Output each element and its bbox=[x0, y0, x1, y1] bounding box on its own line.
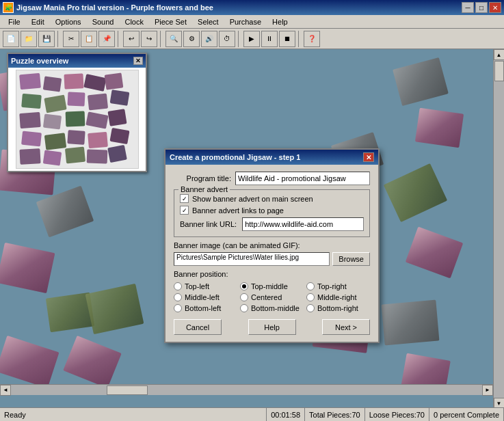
bg-piece-9 bbox=[415, 108, 464, 148]
toolbar-b4[interactable]: ⏱ bbox=[219, 31, 235, 47]
radio-bottom-left-btn[interactable] bbox=[174, 304, 182, 312]
bg-piece-12 bbox=[382, 300, 440, 346]
toolbar-b3[interactable]: 🔊 bbox=[201, 31, 217, 47]
help-button[interactable]: Help bbox=[248, 319, 296, 335]
program-title-row: Program title: bbox=[174, 172, 370, 185]
toolbar-cut[interactable]: ✂ bbox=[63, 31, 79, 47]
minimize-button[interactable]: ─ bbox=[462, 2, 474, 13]
hscroll-thumb[interactable] bbox=[107, 385, 148, 395]
cancel-button[interactable]: Cancel bbox=[174, 319, 222, 335]
puzzle-overview-content bbox=[8, 68, 146, 171]
show-banner-label: Show banner advert on main screen bbox=[192, 195, 313, 203]
radio-middle-right-label: Middle-right bbox=[317, 293, 356, 301]
toolbar-new[interactable]: 📄 bbox=[3, 31, 19, 47]
title-controls: ─ □ ✕ bbox=[462, 2, 501, 13]
banner-links-row: ✓ Banner advert links to page bbox=[180, 206, 364, 215]
button-row: Cancel Help Next > bbox=[174, 319, 370, 335]
bg-piece-8 bbox=[393, 57, 449, 106]
radio-middle-right-btn[interactable] bbox=[306, 293, 315, 301]
menu-options[interactable]: Options bbox=[50, 16, 87, 27]
banner-image-label: Banner image (can be animated GIF): bbox=[174, 241, 370, 249]
toolbar-b7[interactable]: ⏹ bbox=[279, 31, 295, 47]
radio-top-right-btn[interactable] bbox=[306, 282, 315, 290]
radio-centered: Centered bbox=[240, 293, 304, 301]
radio-bottom-right: Bottom-right bbox=[306, 304, 370, 312]
maximize-button[interactable]: □ bbox=[475, 2, 488, 13]
menu-sound[interactable]: Sound bbox=[87, 16, 120, 27]
scroll-track bbox=[494, 60, 504, 398]
bg-piece-7 bbox=[0, 336, 59, 388]
modal-close-button[interactable]: ✕ bbox=[363, 152, 374, 162]
toolbar-sep-3 bbox=[160, 31, 163, 47]
bg-piece-5 bbox=[0, 243, 55, 293]
toolbar-b8[interactable]: ❓ bbox=[304, 31, 320, 47]
banner-image-row: Pictures\Sample Pictures\Water lilies.jp… bbox=[174, 252, 370, 266]
banner-url-label: Banner link URL: bbox=[180, 220, 237, 228]
menu-edit[interactable]: Edit bbox=[26, 16, 50, 27]
toolbar-undo[interactable]: ↩ bbox=[123, 31, 140, 47]
radio-top-left: Top-left bbox=[174, 282, 237, 290]
toolbar-b6[interactable]: ⏸ bbox=[261, 31, 278, 47]
banner-image-section: Banner image (can be animated GIF): Pict… bbox=[174, 241, 370, 266]
banner-image-input[interactable]: Pictures\Sample Pictures\Water lilies.jp… bbox=[174, 252, 330, 266]
scroll-right-button[interactable]: ► bbox=[482, 385, 493, 396]
banner-links-label: Banner advert links to page bbox=[192, 206, 284, 215]
status-ready: Ready bbox=[0, 408, 267, 421]
banner-url-row: Banner link URL: bbox=[180, 217, 364, 231]
toolbar-sep-4 bbox=[238, 31, 241, 47]
toolbar-b5[interactable]: ▶ bbox=[243, 31, 260, 47]
scroll-up-button[interactable]: ▲ bbox=[494, 49, 505, 60]
menu-clock[interactable]: Clock bbox=[119, 16, 149, 27]
radio-centered-label: Centered bbox=[251, 293, 282, 301]
menu-select[interactable]: Select bbox=[192, 16, 224, 27]
puzzle-overview-close-button[interactable]: ✕ bbox=[133, 57, 143, 65]
scroll-left-button[interactable]: ◄ bbox=[0, 385, 11, 396]
banner-advert-label: Banner advert bbox=[178, 185, 230, 193]
toolbar-save[interactable]: 💾 bbox=[38, 31, 55, 47]
toolbar-paste[interactable]: 📌 bbox=[98, 31, 115, 47]
radio-top-middle-btn[interactable] bbox=[240, 282, 248, 290]
menu-help[interactable]: Help bbox=[267, 16, 293, 27]
banner-url-input[interactable] bbox=[242, 217, 364, 231]
toolbar-copy[interactable]: 📋 bbox=[81, 31, 97, 47]
program-title-input[interactable] bbox=[235, 172, 370, 185]
scroll-thumb[interactable] bbox=[494, 61, 504, 81]
radio-top-middle-label: Top-middle bbox=[251, 282, 288, 290]
modal-title-text: Create a promotional Jigsaw - step 1 bbox=[170, 153, 300, 161]
show-banner-checkbox[interactable]: ✓ bbox=[180, 194, 189, 203]
window-close-button[interactable]: ✕ bbox=[489, 2, 501, 13]
status-loose-pieces: Loose Pieces: 70 bbox=[365, 408, 429, 421]
radio-top-left-btn[interactable] bbox=[174, 282, 182, 290]
radio-centered-btn[interactable] bbox=[240, 293, 248, 301]
status-time: 00:01:58 bbox=[267, 408, 305, 421]
program-title-label: Program title: bbox=[174, 174, 235, 182]
radio-bottom-left-label: Bottom-left bbox=[185, 304, 221, 312]
radio-middle-left: Middle-left bbox=[174, 293, 237, 301]
radio-bottom-middle-btn[interactable] bbox=[240, 304, 248, 312]
show-banner-row: ✓ Show banner advert on main screen bbox=[180, 194, 364, 203]
radio-top-left-label: Top-left bbox=[185, 282, 209, 290]
radio-bottom-right-btn[interactable] bbox=[306, 304, 315, 312]
toolbar-b2[interactable]: ⚙ bbox=[183, 31, 200, 47]
menu-pieceset[interactable]: Piece Set bbox=[149, 16, 192, 27]
radio-top-right: Top-right bbox=[306, 282, 370, 290]
radio-middle-left-btn[interactable] bbox=[174, 293, 182, 301]
menu-file[interactable]: File bbox=[3, 16, 26, 27]
toolbar-redo[interactable]: ↪ bbox=[141, 31, 157, 47]
puzzle-overview-title-text: Puzzle overview bbox=[11, 57, 68, 65]
menu-purchase[interactable]: Purchase bbox=[224, 16, 267, 27]
radio-bottom-middle: Bottom-middle bbox=[240, 304, 304, 312]
position-radio-group: Top-left Top-middle Top-right Middle-lef… bbox=[174, 282, 370, 312]
toolbar-b1[interactable]: 🔍 bbox=[165, 31, 182, 47]
window-title: Jigsaw Mania Pro trial version - Purple … bbox=[16, 3, 213, 12]
status-total-pieces: Total Pieces: 70 bbox=[305, 408, 365, 421]
next-button[interactable]: Next > bbox=[322, 319, 370, 335]
vertical-scrollbar: ▲ ▼ bbox=[493, 49, 504, 409]
banner-position-section: Banner position: Top-left Top-middle Top… bbox=[174, 270, 370, 312]
toolbar-open[interactable]: 📁 bbox=[21, 31, 37, 47]
bg-piece-10 bbox=[384, 163, 447, 222]
browse-button[interactable]: Browse bbox=[332, 252, 370, 266]
banner-links-checkbox[interactable]: ✓ bbox=[180, 206, 189, 215]
horizontal-scrollbar: ◄ ► bbox=[0, 384, 493, 395]
app-icon: 🧩 bbox=[3, 2, 14, 13]
